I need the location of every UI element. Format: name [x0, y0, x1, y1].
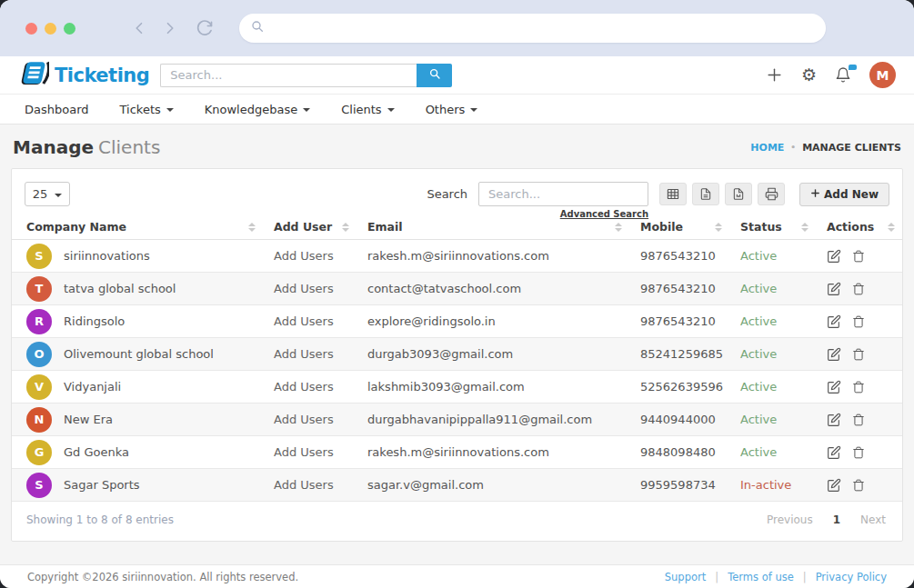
- column-header-actions[interactable]: Actions: [816, 214, 902, 240]
- address-bar[interactable]: [239, 14, 826, 43]
- nav-item-tickets[interactable]: Tickets: [108, 95, 186, 124]
- column-header-status[interactable]: Status: [729, 214, 816, 240]
- delete-trash-icon[interactable]: [852, 380, 865, 394]
- add-users-link[interactable]: Add Users: [274, 413, 334, 426]
- status-badge: Active: [740, 282, 777, 295]
- edit-icon[interactable]: [827, 249, 841, 264]
- actions-cell: [816, 273, 902, 305]
- page-content: ManageClients HOME • MANAGE CLIENTS 25 S…: [0, 125, 914, 564]
- email-cell: rakesh.m@siriinnovations.com: [357, 240, 629, 273]
- page-title: ManageClients: [13, 136, 160, 158]
- nav-item-knowledgebase[interactable]: Knowledgebase: [193, 95, 322, 124]
- add-users-cell: Add Users: [263, 469, 357, 502]
- header-search-input[interactable]: [160, 64, 417, 87]
- settings-gear-icon[interactable]: ⚙: [801, 66, 817, 84]
- nav-item-others[interactable]: Others: [414, 95, 490, 124]
- add-users-link[interactable]: Add Users: [274, 314, 334, 328]
- clients-table-card: 25 Search Advanced Search: [11, 168, 903, 542]
- brand-logo[interactable]: Ticketing: [18, 60, 149, 91]
- edit-icon[interactable]: [827, 413, 841, 427]
- export-excel-file-icon[interactable]: [692, 183, 719, 205]
- column-header-add-user[interactable]: Add User: [263, 214, 357, 240]
- email-value: durgab3093@gmail.com: [367, 347, 513, 361]
- email-cell: durgab3093@gmail.com: [357, 338, 629, 371]
- export-pdf-file-icon[interactable]: [725, 183, 752, 205]
- mobile-cell: 9848098480: [629, 436, 729, 469]
- terms-of-use-link[interactable]: Terms of use: [728, 571, 794, 583]
- status-badge: Active: [740, 380, 777, 394]
- company-cell: VVidyanjali: [12, 371, 263, 404]
- company-cell: GGd Goenka: [12, 436, 263, 469]
- sort-icon: [342, 223, 349, 232]
- add-users-link[interactable]: Add Users: [274, 445, 334, 459]
- nav-item-dashboard[interactable]: Dashboard: [13, 95, 101, 124]
- delete-trash-icon[interactable]: [852, 347, 865, 362]
- close-window-icon[interactable]: [25, 23, 37, 35]
- maximize-window-icon[interactable]: [64, 23, 75, 35]
- status-cell: Active: [729, 338, 816, 371]
- sort-icon: [715, 223, 722, 232]
- add-users-link[interactable]: Add Users: [274, 380, 334, 394]
- status-badge: Active: [740, 347, 777, 361]
- add-users-link[interactable]: Add Users: [274, 249, 334, 263]
- add-users-link[interactable]: Add Users: [274, 282, 334, 295]
- page-head: ManageClients HOME • MANAGE CLIENTS: [11, 125, 903, 168]
- sort-icon: [888, 223, 895, 232]
- edit-icon[interactable]: [827, 380, 841, 394]
- delete-trash-icon[interactable]: [852, 478, 865, 493]
- support-link[interactable]: Support: [665, 571, 706, 583]
- column-visibility-table-icon[interactable]: [659, 183, 687, 205]
- mobile-value: 9876543210: [640, 314, 716, 328]
- page-number-button[interactable]: 1: [833, 513, 840, 526]
- add-users-cell: Add Users: [263, 371, 357, 404]
- email-value: durgabhavanipippalla911@gmail.com: [367, 413, 592, 426]
- notifications-bell-icon[interactable]: [835, 66, 851, 84]
- breadcrumb-home-link[interactable]: HOME: [750, 142, 784, 154]
- table-row: RRidingsoloAdd Usersexplore@ridingsolo.i…: [12, 305, 902, 338]
- edit-icon[interactable]: [827, 347, 841, 362]
- delete-trash-icon[interactable]: [852, 413, 865, 427]
- privacy-policy-link[interactable]: Privacy Policy: [816, 571, 887, 583]
- mobile-value: 9876543210: [640, 282, 716, 295]
- minimize-window-icon[interactable]: [45, 23, 56, 35]
- advanced-search-link[interactable]: Advanced Search: [560, 209, 648, 219]
- app-header: Ticketing ⚙ M: [0, 56, 914, 95]
- table-search-input[interactable]: [478, 182, 648, 206]
- delete-trash-icon[interactable]: [852, 249, 865, 264]
- status-badge: Active: [740, 249, 777, 263]
- add-users-link[interactable]: Add Users: [274, 478, 334, 492]
- delete-trash-icon[interactable]: [852, 445, 865, 460]
- company-name: Ridingsolo: [64, 314, 125, 328]
- add-users-link[interactable]: Add Users: [274, 347, 334, 361]
- edit-icon[interactable]: [827, 445, 841, 460]
- chevron-down-icon: [387, 108, 395, 112]
- edit-icon[interactable]: [827, 314, 841, 329]
- add-icon[interactable]: [766, 66, 783, 84]
- mobile-cell: 9440944000: [629, 404, 729, 436]
- forward-icon[interactable]: [161, 20, 177, 36]
- plus-icon: [810, 188, 820, 201]
- delete-trash-icon[interactable]: [852, 282, 865, 296]
- back-icon[interactable]: [132, 20, 148, 36]
- breadcrumb: HOME • MANAGE CLIENTS: [750, 142, 901, 154]
- add-new-button[interactable]: Add New: [799, 183, 889, 206]
- status-badge: In-active: [740, 478, 791, 492]
- page-size-select[interactable]: 25: [25, 182, 70, 206]
- company-name: tatva global school: [64, 282, 176, 295]
- column-header-company-name[interactable]: Company Name: [12, 214, 263, 240]
- user-avatar[interactable]: M: [869, 62, 896, 88]
- search-icon: [428, 67, 441, 83]
- header-search-button[interactable]: [417, 64, 452, 87]
- edit-icon[interactable]: [827, 478, 841, 493]
- nav-item-clients[interactable]: Clients: [329, 95, 406, 124]
- copyright-text: Copyright ©2026 siriinnovation. All righ…: [27, 571, 298, 583]
- previous-page-button[interactable]: Previous: [767, 513, 813, 526]
- reload-icon[interactable]: [196, 19, 214, 37]
- actions-cell: [816, 371, 902, 404]
- export-buttons: [659, 183, 785, 205]
- print-icon[interactable]: [758, 183, 785, 205]
- company-avatar: G: [26, 440, 52, 465]
- delete-trash-icon[interactable]: [852, 314, 865, 329]
- edit-icon[interactable]: [827, 282, 841, 296]
- next-page-button[interactable]: Next: [860, 513, 886, 526]
